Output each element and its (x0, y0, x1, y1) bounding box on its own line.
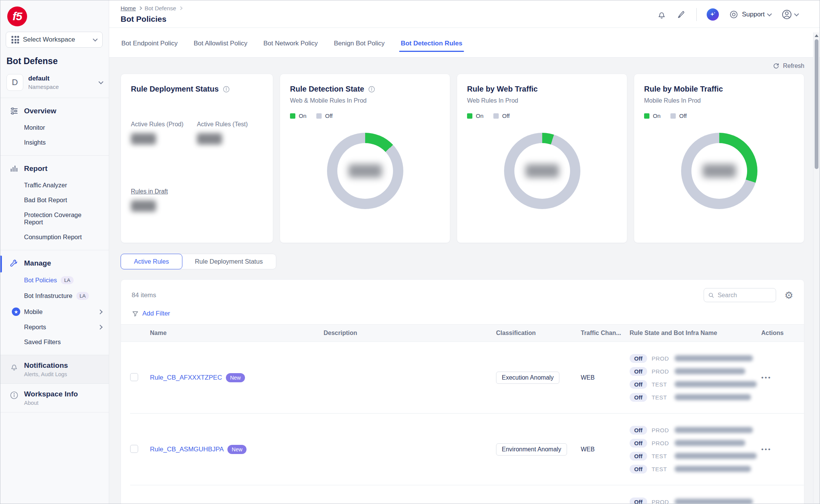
sidebar-item-protection-coverage-report[interactable]: Protection Coverage Report (0, 208, 109, 230)
tab-bot-endpoint-policy[interactable]: Bot Endpoint Policy (121, 40, 178, 57)
info-icon[interactable] (368, 85, 375, 93)
environment-label: PROD (652, 355, 670, 362)
bell-icon (10, 362, 19, 371)
chevron-right-icon (98, 325, 103, 330)
account-menu[interactable] (781, 9, 798, 20)
detection-state-donut (327, 133, 403, 209)
legend-off-swatch (316, 113, 322, 119)
traffic-channel-cell: WEB (581, 446, 630, 453)
rule-state-cell: OffPRODOffPRODOffTESTOffTEST (630, 494, 761, 504)
sidebar-item-overview[interactable]: Overview (0, 102, 109, 120)
environment-label: TEST (652, 381, 670, 388)
scrollbar-thumb[interactable] (815, 39, 818, 169)
sidebar-item-report[interactable]: Report (0, 159, 109, 178)
main-area: Home Bot Defense Bot Policies Support (109, 0, 820, 504)
brush-icon[interactable] (677, 10, 686, 19)
column-header-name[interactable]: Name (150, 330, 324, 337)
sidebar-item-bad-bot-report[interactable]: Bad Bot Report (0, 193, 109, 208)
tab-bot-allowlist-policy[interactable]: Bot Allowlist Policy (193, 40, 248, 57)
sidebar-item-label: Report (24, 164, 47, 173)
sidebar-item-workspace-info[interactable]: Workspace Info About (0, 384, 109, 412)
sidebar-item-bot-infrastructure[interactable]: Bot Infrastructure LA (0, 288, 109, 304)
search-input[interactable] (718, 292, 772, 299)
table-row: Rule_CB_AFXXXTZPECNewExecution AnomalyWE… (121, 342, 804, 414)
sidebar-item-reports[interactable]: Reports (0, 320, 109, 335)
search-box (704, 288, 776, 302)
column-header-traffic-channel[interactable]: Traffic Chan... (581, 330, 630, 337)
rule-state-cell: OffPRODOffPRODOffTESTOffTEST (630, 423, 761, 476)
sidebar-item-traffic-analyzer[interactable]: Traffic Analyzer (0, 178, 109, 193)
product-title: Bot Defense (0, 48, 109, 66)
blurred-value (131, 200, 156, 212)
funnel-icon (132, 310, 139, 317)
classification-pill: Environment Anomaly (496, 443, 567, 456)
scroll-up-arrow[interactable] (815, 34, 818, 37)
row-checkbox[interactable] (130, 445, 138, 453)
tab-bot-network-policy[interactable]: Bot Network Policy (263, 40, 319, 57)
donut-legend: On Off (290, 113, 440, 119)
ai-assistant-button[interactable] (707, 8, 719, 21)
vertical-scrollbar[interactable] (813, 32, 819, 503)
rules-table-card: 84 items ⚙ Add Filter Name (121, 279, 804, 504)
environment-label: TEST (652, 394, 670, 401)
chevron-right-icon (179, 6, 182, 10)
card-rule-detection-state: Rule Detection State Web & Mobile Rules … (280, 74, 450, 243)
environment-label: PROD (652, 368, 670, 375)
rule-state-line: OffTEST (630, 378, 761, 390)
state-pill: Off (630, 498, 647, 504)
support-menu[interactable]: Support (729, 10, 771, 19)
rule-state-line: OffTEST (630, 391, 761, 403)
state-pill: Off (630, 354, 647, 363)
add-filter-button[interactable]: Add Filter (121, 302, 804, 324)
policy-tabs: Bot Endpoint Policy Bot Allowlist Policy… (109, 28, 820, 58)
namespace-avatar: D (6, 74, 23, 91)
row-actions-button[interactable]: ••• (761, 374, 772, 381)
blurred-infra-name (675, 466, 751, 472)
rules-in-draft-link[interactable]: Rules in Draft (131, 188, 168, 195)
sliders-icon (10, 106, 19, 116)
bell-icon[interactable] (657, 10, 667, 19)
rule-state-line: OffTEST (630, 450, 761, 462)
sidebar-item-insights[interactable]: Insights (0, 135, 109, 150)
column-header-rule-state[interactable]: Rule State and Bot Infra Name (630, 330, 761, 337)
sidebar-item-saved-filters[interactable]: Saved Filters (0, 335, 109, 349)
tab-bot-detection-rules[interactable]: Bot Detection Rules (400, 40, 463, 57)
nav-section-report: Report Traffic Analyzer Bad Bot Report P… (0, 156, 109, 250)
info-icon[interactable] (222, 85, 230, 93)
environment-label: TEST (652, 453, 670, 459)
workspace-selector[interactable]: Select Workspace (6, 32, 103, 48)
card-rule-by-web-traffic: Rule by Web Traffic Web Rules In Prod On… (457, 74, 627, 243)
column-header-classification[interactable]: Classification (496, 330, 581, 337)
rule-name-link[interactable]: Rule_CB_ASMGUHBJPA (150, 446, 224, 453)
sidebar-item-mobile[interactable]: ★ Mobile (0, 304, 109, 320)
table-header: Name Description Classification Traffic … (121, 324, 804, 342)
tab-benign-bot-policy[interactable]: Benign Bot Policy (333, 40, 385, 57)
row-checkbox-cell (130, 445, 150, 454)
sidebar-item-manage[interactable]: Manage (0, 254, 109, 272)
gear-icon[interactable]: ⚙ (785, 290, 793, 300)
sidebar-item-monitor[interactable]: Monitor (0, 120, 109, 135)
classification-pill: Execution Anomaly (496, 372, 559, 384)
toggle-rule-deployment-status[interactable]: Rule Deployment Status (182, 254, 276, 269)
chevron-down-icon (93, 37, 98, 42)
column-header-description[interactable]: Description (324, 330, 496, 337)
refresh-icon (772, 62, 780, 70)
row-checkbox-cell (130, 373, 150, 383)
namespace-selector[interactable]: D default Namespace (0, 66, 109, 98)
sidebar-item-consumption-report[interactable]: Consumption Report (0, 230, 109, 245)
row-checkbox[interactable] (130, 373, 138, 381)
f5-logo[interactable]: f5 (0, 0, 109, 26)
breadcrumb-home-link[interactable]: Home (121, 5, 136, 11)
breadcrumb-section: Bot Defense (145, 5, 176, 11)
toggle-active-rules[interactable]: Active Rules (121, 254, 182, 269)
rule-state-line: OffPROD (630, 424, 761, 436)
sidebar-item-bot-policies[interactable]: Bot Policies LA (0, 272, 109, 288)
refresh-button[interactable]: Refresh (772, 62, 804, 70)
sparkle-icon (709, 11, 717, 18)
namespace-type: Namespace (28, 84, 59, 90)
new-badge: New (226, 373, 245, 382)
sidebar-item-notifications[interactable]: Notifications Alerts, Audit Logs (0, 355, 109, 384)
rule-name-cell: Rule_CB_ASMGUHBJPANew (150, 445, 324, 454)
rule-name-link[interactable]: Rule_CB_AFXXXTZPEC (150, 374, 222, 382)
row-actions-button[interactable]: ••• (761, 446, 772, 453)
